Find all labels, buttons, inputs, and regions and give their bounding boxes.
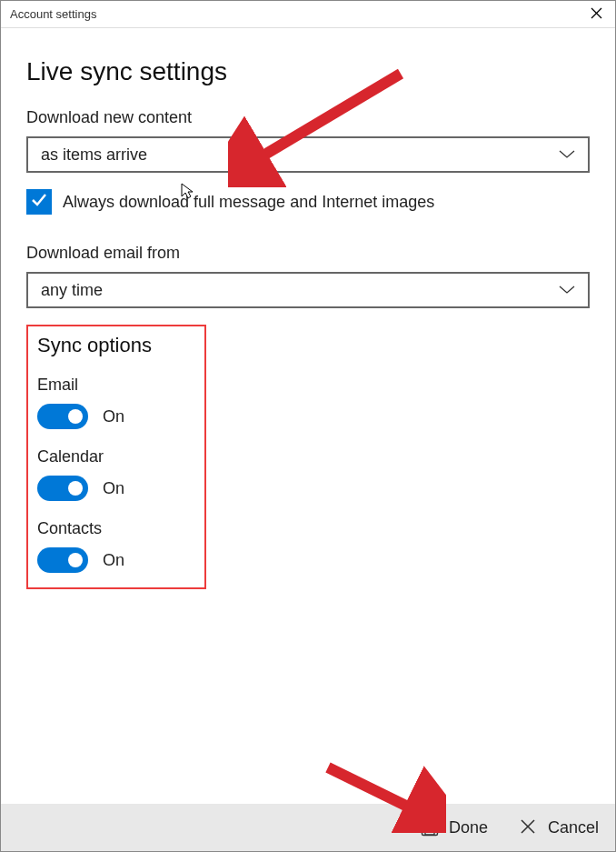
done-label: Done xyxy=(449,818,488,837)
checkmark-icon xyxy=(30,191,48,213)
titlebar: Account settings xyxy=(1,1,615,28)
window-title: Account settings xyxy=(10,7,96,21)
svg-rect-4 xyxy=(425,828,434,835)
download-email-label: Download email from xyxy=(26,244,590,263)
sync-item-email: Email On xyxy=(37,376,195,429)
sync-options-section: Sync options Email On Calendar On Contac… xyxy=(26,325,206,589)
close-icon xyxy=(519,817,539,837)
sync-options-heading: Sync options xyxy=(37,334,195,357)
download-email-value: any time xyxy=(41,281,103,300)
download-content-label: Download new content xyxy=(26,108,590,127)
close-icon xyxy=(591,6,602,22)
content-area: Live sync settings Download new content … xyxy=(1,28,615,589)
cancel-label: Cancel xyxy=(548,818,599,837)
sync-label: Email xyxy=(37,376,195,395)
chevron-down-icon xyxy=(559,150,575,159)
sync-calendar-toggle[interactable] xyxy=(37,476,88,501)
svg-rect-3 xyxy=(425,820,433,825)
always-download-row: Always download full message and Interne… xyxy=(26,189,590,215)
close-button[interactable] xyxy=(577,1,615,28)
done-button[interactable]: Done xyxy=(420,817,488,837)
download-content-select[interactable]: as items arrive xyxy=(26,136,590,173)
always-download-label: Always download full message and Interne… xyxy=(63,193,434,212)
sync-label: Contacts xyxy=(37,519,195,538)
always-download-checkbox[interactable] xyxy=(26,189,52,215)
save-icon xyxy=(420,817,440,837)
sync-email-toggle[interactable] xyxy=(37,404,88,429)
sync-label: Calendar xyxy=(37,447,195,466)
download-content-value: as items arrive xyxy=(41,145,147,165)
cancel-button[interactable]: Cancel xyxy=(519,817,599,837)
toggle-state: On xyxy=(103,407,124,426)
sync-item-contacts: Contacts On xyxy=(37,519,195,573)
footer: Done Cancel xyxy=(1,804,615,851)
toggle-state: On xyxy=(103,551,124,570)
page-heading: Live sync settings xyxy=(26,57,590,86)
sync-item-calendar: Calendar On xyxy=(37,447,195,501)
chevron-down-icon xyxy=(559,286,575,295)
download-email-select[interactable]: any time xyxy=(26,272,590,308)
toggle-state: On xyxy=(103,479,124,498)
svg-rect-2 xyxy=(422,820,437,836)
sync-contacts-toggle[interactable] xyxy=(37,547,88,573)
